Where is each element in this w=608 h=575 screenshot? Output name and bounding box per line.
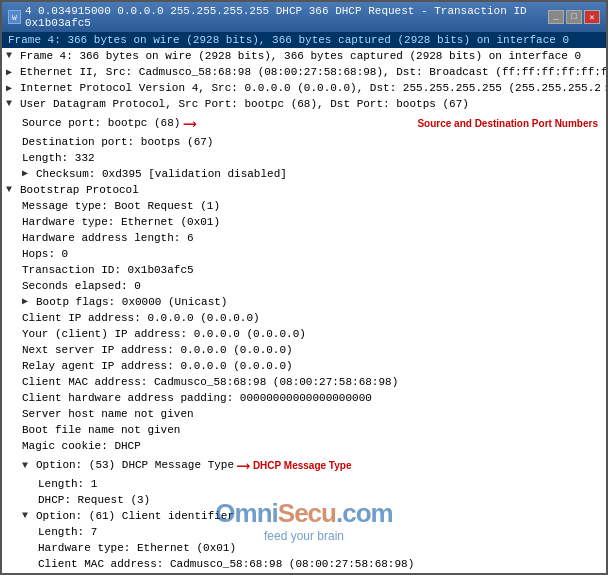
content-area[interactable]: ▼ Frame 4: 366 bytes on wire (2928 bits)… [2, 48, 606, 573]
list-item[interactable]: Length: 7 [34, 524, 606, 540]
list-item[interactable]: Server host name not given [18, 406, 606, 422]
arrow-icon: ⟶ [238, 454, 249, 476]
title-bar: W 4 0.034915000 0.0.0.0 255.255.255.255 … [2, 2, 606, 32]
list-item[interactable]: Length: 1 [34, 476, 606, 492]
maximize-button[interactable]: □ [566, 10, 582, 24]
list-item[interactable]: Relay agent IP address: 0.0.0.0 (0.0.0.0… [18, 358, 606, 374]
list-item[interactable]: Transaction ID: 0x1b03afc5 [18, 262, 606, 278]
app-icon: W [8, 10, 21, 24]
window-controls: _ □ ✕ [548, 10, 600, 24]
title-bar-left: W 4 0.034915000 0.0.0.0 255.255.255.255 … [8, 5, 548, 29]
list-item[interactable]: ▶ Internet Protocol Version 4, Src: 0.0.… [2, 80, 606, 96]
expand-icon: ▼ [22, 460, 34, 471]
list-item[interactable]: Boot file name not given [18, 422, 606, 438]
list-item[interactable]: ▼ User Datagram Protocol, Src Port: boot… [2, 96, 606, 112]
list-item[interactable]: ▼ Option: (53) DHCP Message Type ⟶ DHCP … [2, 454, 606, 476]
list-item[interactable]: Hops: 0 [18, 246, 606, 262]
list-item[interactable]: DHCP: Request (3) [34, 492, 606, 508]
expand-icon: ▶ [22, 166, 34, 182]
close-button[interactable]: ✕ [584, 10, 600, 24]
list-item[interactable]: Next server IP address: 0.0.0.0 (0.0.0.0… [18, 342, 606, 358]
list-item[interactable]: ▶ Checksum: 0xd395 [validation disabled] [18, 166, 606, 182]
list-item[interactable]: Your (client) IP address: 0.0.0.0 (0.0.0… [18, 326, 606, 342]
list-item[interactable]: ▼ Option: (61) Client identifier [18, 508, 606, 524]
list-item[interactable]: Seconds elapsed: 0 [18, 278, 606, 294]
minimize-button[interactable]: _ [548, 10, 564, 24]
expand-icon: ▼ [6, 48, 18, 64]
main-window: W 4 0.034915000 0.0.0.0 255.255.255.255 … [0, 0, 608, 575]
annotation-ipv4: Source and Destination IPv4 Addresses [605, 83, 606, 94]
expand-icon: ▼ [6, 182, 18, 198]
annotation-dhcp-type: DHCP Message Type [253, 460, 352, 471]
list-item[interactable]: Destination port: bootps (67) [18, 134, 606, 150]
annotation-port: Source and Destination Port Numbers [417, 118, 598, 129]
expand-icon: ▼ [22, 508, 34, 524]
list-item[interactable]: Hardware type: Ethernet (0x01) [34, 540, 606, 556]
expand-icon: ▶ [6, 82, 18, 94]
list-item[interactable]: ▼ Bootstrap Protocol [2, 182, 606, 198]
list-item[interactable]: Magic cookie: DHCP [18, 438, 606, 454]
list-item[interactable]: Length: 332 [18, 150, 606, 166]
window-title: 4 0.034915000 0.0.0.0 255.255.255.255 DH… [25, 5, 548, 29]
list-item[interactable]: ▼ Option: (50) Requested IP Address ⟶ Re… [2, 572, 606, 573]
list-item[interactable]: Client IP address: 0.0.0.0 (0.0.0.0) [18, 310, 606, 326]
list-item[interactable]: Client hardware address padding: 0000000… [18, 390, 606, 406]
list-item[interactable]: ▼ Frame 4: 366 bytes on wire (2928 bits)… [2, 48, 606, 64]
packet-header: Frame 4: 366 bytes on wire (2928 bits), … [2, 32, 606, 48]
arrow-icon: ⟶ [258, 572, 269, 573]
list-item[interactable]: Client MAC address: Cadmusco_58:68:98 (0… [34, 556, 606, 572]
list-item[interactable]: Hardware type: Ethernet (0x01) [18, 214, 606, 230]
expand-icon: ▶ [6, 66, 18, 78]
list-item[interactable]: Source port: bootpc (68) ⟶ Source and De… [2, 112, 606, 134]
expand-icon: ▶ [22, 294, 34, 310]
expand-icon: ▼ [6, 96, 18, 112]
list-item[interactable]: ▶ Ethernet II, Src: Cadmusco_58:68:98 (0… [2, 64, 606, 80]
list-item[interactable]: ▶ Bootp flags: 0x0000 (Unicast) [18, 294, 606, 310]
list-item[interactable]: Client MAC address: Cadmusco_58:68:98 (0… [18, 374, 606, 390]
list-item[interactable]: Hardware address length: 6 [18, 230, 606, 246]
arrow-icon: ⟶ [184, 112, 195, 134]
list-item[interactable]: Message type: Boot Request (1) [18, 198, 606, 214]
